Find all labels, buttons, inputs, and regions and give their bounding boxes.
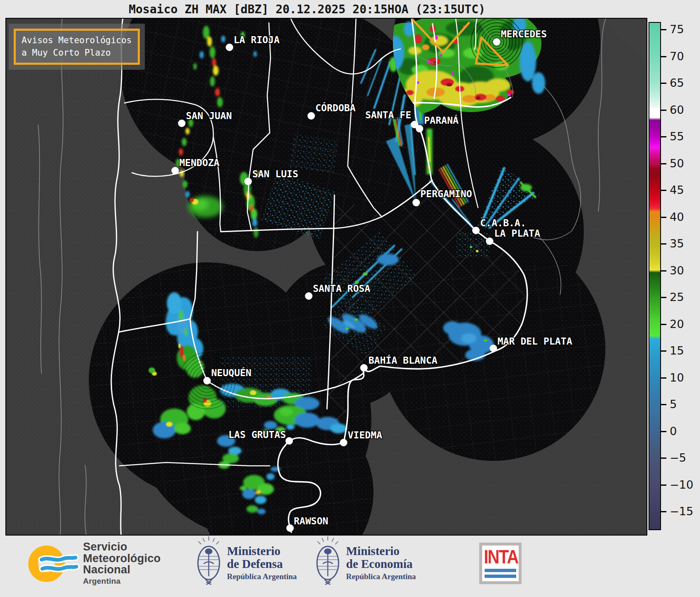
city-marker [286,524,294,532]
tick-label: 50 [670,157,684,170]
inta-bar [485,569,516,572]
tick-label: 25 [670,291,684,303]
city-label: LAS GRUTAS [229,429,286,440]
tick-label: 10 [670,371,684,384]
short-term-warnings-banner[interactable]: Avisos Meteorológicos a Muy Corto Plazo [14,29,140,65]
city-marker [360,364,368,372]
ministry-name-line: Ministerio [227,545,297,558]
inta-logo: INTA [479,543,522,584]
coat-of-arms-icon [308,536,345,597]
ministry-name-line: de Defensa [227,558,297,570]
tick-label: 20 [670,318,684,330]
tick-label: −5 [670,451,686,464]
city-marker [416,125,423,132]
tick-label: −15 [670,505,693,518]
radar-mosaic-page: Mosaico ZH MAX [dBZ] 20.12.2025 20:15HOA… [0,0,700,597]
smn-name-line: Meteorológico [83,553,161,565]
city-marker [307,112,315,120]
city-marker [244,178,252,185]
ministry-subtitle: República Argentina [346,572,416,581]
smn-name-line: Servicio [83,541,161,553]
warning-line-1: Avisos Meteorológicos [22,35,132,45]
tick-label: 70 [670,50,684,63]
city-marker [178,120,185,127]
tick-label: 65 [670,76,684,89]
city-label: CÓRDOBA [315,102,356,113]
smn-logo: Servicio Meteorológico Nacional Argentin… [25,536,162,597]
city-marker [472,227,480,234]
city-label: PARANÁ [424,115,459,126]
city-marker [493,38,500,46]
ministry-name-line: Ministerio [346,545,416,558]
city-marker [340,439,347,446]
tick-label: 60 [670,103,684,116]
tick-label: 55 [670,130,684,143]
tick-label: 45 [670,184,684,196]
tick-label: 15 [670,344,684,357]
warning-line-2: a Muy Corto Plazo [22,48,111,58]
city-marker [486,237,493,245]
smn-name-line: Nacional [83,564,161,576]
page-title: Mosaico ZH MAX [dBZ] 20.12.2025 20:15HOA… [0,2,614,16]
tick-label: −10 [670,478,693,491]
coat-of-arms-icon [189,536,226,597]
dbz-colorbar [649,22,661,530]
city-label: MERCEDES [501,29,547,39]
radar-map[interactable]: LA RIOJA SAN JUAN CÓRDOBA MENDOZA SAN LU… [5,18,647,536]
ministry-name-line: de Economía [346,558,416,570]
city-label: SANTA FE [365,110,411,120]
city-marker [305,292,312,300]
city-marker [285,437,293,445]
city-label: SAN LUIS [252,169,298,179]
tick-label: 30 [670,264,684,277]
dbz-colorbar-ticks: 75 70 65 60 55 50 45 40 35 30 25 20 15 1… [661,22,698,530]
city-label: PERGAMINO [420,188,472,199]
city-label: RAWSON [294,516,328,526]
city-marker [203,377,211,384]
city-label: VIEDMA [348,430,382,440]
city-label: LA RIOJA [234,34,280,45]
tick-label: 40 [670,210,684,223]
city-marker [412,199,420,206]
city-label: BAHÍA BLANCA [368,355,437,366]
city-marker [226,44,233,51]
tick-label: 35 [670,237,684,250]
city-label: MENDOZA [179,157,220,168]
city-label: C.A.B.A. [480,218,526,228]
city-label: NEUQUÉN [211,367,251,378]
ministry-subtitle: República Argentina [227,572,297,581]
tick-label: 5 [670,398,677,411]
city-label: MAR DEL PLATA [498,336,572,347]
tick-label: 0 [670,425,677,438]
tick-label: 75 [670,23,684,36]
city-label: SANTA ROSA [313,283,371,294]
city-marker [171,167,179,174]
city-label: LA PLATA [494,228,540,239]
smn-country: Argentina [83,577,161,585]
ministerio-economia-logo: Ministerio de Economía República Argenti… [308,536,432,597]
inta-bar [485,575,516,578]
ministerio-defensa-logo: Ministerio de Defensa República Argentin… [189,536,305,597]
city-marker [490,345,497,352]
city-label: SAN JUAN [186,110,232,121]
footer-logos: Servicio Meteorológico Nacional Argentin… [0,536,700,597]
inta-label: INTA [484,546,517,568]
